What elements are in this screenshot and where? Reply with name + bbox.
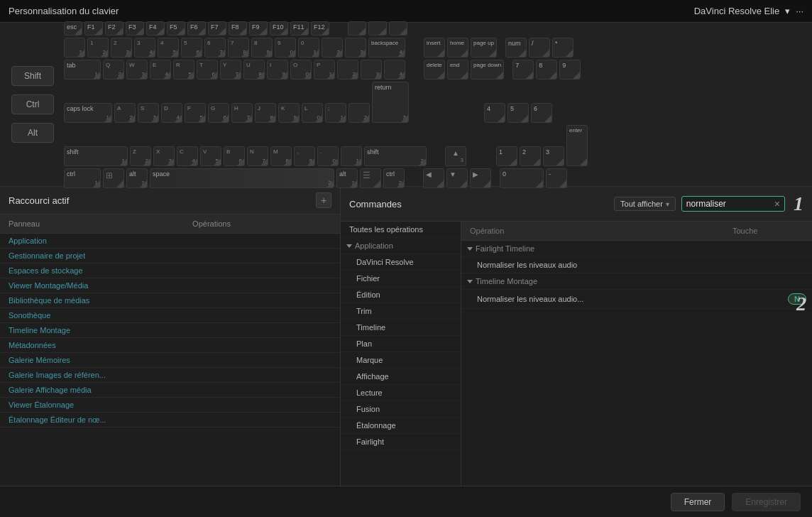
ctrl-modifier-button[interactable]: Ctrl (11, 94, 54, 114)
key-num7[interactable]: 7 (512, 60, 534, 80)
key-f[interactable]: F5 (185, 103, 206, 123)
key-f5[interactable]: F5 (167, 21, 185, 36)
key-semicolon[interactable]: ;1 (325, 103, 346, 123)
key-v[interactable]: V5 (200, 146, 221, 166)
key-pause[interactable] (389, 21, 407, 36)
key-minus[interactable]: 2 (322, 38, 343, 58)
cmd-timeline-item[interactable]: Timeline (341, 320, 461, 336)
key-num-slash[interactable]: / (529, 38, 550, 58)
key-6[interactable]: 67 (204, 38, 226, 58)
key-4[interactable]: 45 (158, 38, 179, 58)
key-f9[interactable]: F9 (249, 21, 268, 36)
table-row[interactable]: Galerie Mémoires (0, 353, 340, 368)
key-shift-left[interactable]: shift1 (64, 146, 128, 166)
key-ctrl-left[interactable]: ctrl1 (64, 168, 101, 188)
table-row[interactable]: Étalonnage Éditeur de nœ... (0, 413, 340, 428)
key-a[interactable]: A2 (114, 103, 136, 123)
key-f1[interactable]: F1 (84, 21, 103, 36)
key-num-dot[interactable]: - (546, 168, 567, 188)
app-dropdown-arrow[interactable]: ▾ (785, 6, 790, 16)
key-arrow-up[interactable]: ▲3 (445, 146, 466, 166)
table-row[interactable]: Galerie Images de référen... (0, 368, 340, 383)
key-0[interactable]: 01 (298, 38, 319, 58)
cmd-fusion-item[interactable]: Fusion (341, 401, 461, 418)
key-enter[interactable]: return3 (372, 82, 409, 123)
table-row[interactable]: Galerie Affichage média (0, 383, 340, 398)
key-p[interactable]: P1 (314, 60, 335, 80)
table-row[interactable]: Timeline Montage (0, 323, 340, 338)
key-y[interactable]: Y7 (220, 60, 241, 80)
table-row[interactable]: Métadonnées (0, 338, 340, 353)
key-f10[interactable]: F10 (270, 21, 288, 36)
alt-modifier-button[interactable]: Alt (11, 123, 54, 143)
key-comma[interactable]: ,9 (294, 146, 315, 166)
key-d[interactable]: D4 (161, 103, 182, 123)
key-h[interactable]: H7 (231, 103, 253, 123)
result-item[interactable]: Normaliser les niveaux audio (461, 257, 812, 273)
search-input[interactable] (686, 199, 772, 209)
key-num-star[interactable]: * (552, 38, 574, 58)
key-c[interactable]: C4 (177, 146, 198, 166)
key-x[interactable]: X3 (153, 146, 175, 166)
table-row[interactable]: Espaces de stockage (0, 263, 340, 278)
cmd-marque-item[interactable]: Marque (341, 352, 461, 369)
search-clear-icon[interactable]: × (774, 198, 780, 209)
table-row[interactable]: Sonothèque (0, 308, 340, 323)
add-shortcut-button[interactable]: + (316, 192, 331, 208)
key-l[interactable]: L0 (302, 103, 323, 123)
table-row[interactable]: Application (0, 234, 340, 249)
key-t[interactable]: T6 (197, 60, 218, 80)
key-num1[interactable]: 1 (496, 146, 517, 166)
key-num3[interactable]: 3 (543, 146, 564, 166)
cmd-davinci-resolve-item[interactable]: DaVinci Resolve (341, 254, 461, 271)
key-esc[interactable]: esc (64, 21, 82, 36)
key-alt-right[interactable]: alt1 (336, 168, 358, 188)
key-f3[interactable]: F3 (126, 21, 144, 36)
key-1[interactable]: 12 (87, 38, 109, 58)
cmd-application-group[interactable]: Application (341, 238, 461, 254)
shift-modifier-button[interactable]: Shift (11, 66, 54, 86)
key-f6[interactable]: F6 (187, 21, 206, 36)
key-space[interactable]: space2 (150, 168, 334, 188)
key-arrow-down[interactable]: ▼ (446, 168, 468, 188)
key-u[interactable]: U8 (243, 60, 265, 80)
cmd-fichier-item[interactable]: Fichier (341, 271, 461, 287)
key-9[interactable]: 90 (275, 38, 296, 58)
more-options-icon[interactable]: ··· (796, 6, 803, 16)
key-j[interactable]: J8 (255, 103, 276, 123)
key-num9[interactable]: 9 (559, 60, 581, 80)
key-z[interactable]: Z2 (130, 146, 151, 166)
key-m[interactable]: M8 (270, 146, 292, 166)
key-num4[interactable]: 4 (484, 103, 505, 123)
key-num8[interactable]: 8 (536, 60, 557, 80)
cmd-all-operations-item[interactable]: Toutes les opérations (341, 222, 461, 238)
result-item-with-key[interactable]: Normaliser les niveaux audio... N 2 (461, 290, 812, 309)
key-pgup[interactable]: page up (471, 38, 497, 58)
filter-dropdown[interactable]: Tout afficher ▾ (614, 197, 676, 211)
key-num0[interactable]: 0 (500, 168, 544, 188)
table-row[interactable]: Viewer Étalonnage (0, 398, 340, 413)
key-backspace[interactable]: backspace4 (368, 38, 405, 58)
key-num6[interactable]: 6 (531, 103, 552, 123)
key-o[interactable]: O0 (290, 60, 312, 80)
key-f11[interactable]: F11 (290, 21, 309, 36)
key-arrow-right[interactable]: ▶ (470, 168, 491, 188)
table-row[interactable]: Bibliothèque de médias (0, 293, 340, 308)
cmd-lecture-item[interactable]: Lecture (341, 385, 461, 401)
key-period[interactable]: .0 (317, 146, 339, 166)
key-end[interactable]: end (447, 60, 468, 80)
cmd-affichage-item[interactable]: Affichage (341, 369, 461, 385)
key-lbracket[interactable]: 2 (337, 60, 358, 80)
key-8[interactable]: 89 (251, 38, 273, 58)
key-w[interactable]: W3 (126, 60, 148, 80)
key-g[interactable]: G6 (208, 103, 229, 123)
key-slash[interactable]: 1 (341, 146, 362, 166)
key-delete[interactable]: delete (424, 60, 445, 80)
key-alt-left[interactable]: alt1 (126, 168, 148, 188)
table-row[interactable]: Viewer Montage/Média (0, 278, 340, 293)
key-backtick[interactable]: 1 (64, 38, 85, 58)
key-num-numlock[interactable]: num (505, 38, 527, 58)
key-7[interactable]: 78 (228, 38, 249, 58)
key-n[interactable]: N7 (247, 146, 268, 166)
key-home[interactable]: home (447, 38, 468, 58)
